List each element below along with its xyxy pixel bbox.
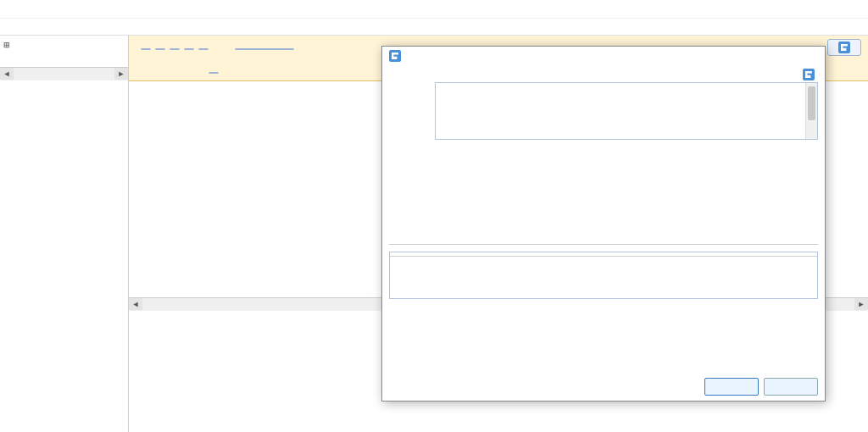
sql-textbox[interactable] [435, 82, 818, 140]
server-tree[interactable]: ◄ ► [0, 36, 129, 432]
back-icon [838, 42, 850, 53]
chart-scroll-right[interactable]: ► [854, 298, 868, 310]
menubar [0, 19, 868, 36]
menu-database[interactable] [3, 25, 17, 29]
tree-root[interactable] [0, 37, 128, 52]
sql-side-label [389, 82, 435, 140]
app-titlebar [0, 0, 868, 19]
now-button[interactable] [209, 72, 219, 74]
menu-send-feedback[interactable] [52, 25, 65, 29]
menu-social[interactable] [68, 25, 81, 29]
menu-settings[interactable] [19, 25, 33, 29]
view-host[interactable] [198, 48, 209, 50]
chart-scroll-left[interactable]: ◄ [129, 298, 142, 310]
view-query[interactable] [155, 48, 165, 50]
view-day[interactable] [141, 48, 151, 50]
tree-scroll-left[interactable]: ◄ [0, 68, 14, 80]
dialog-icon [389, 50, 401, 62]
window-close-button[interactable] [839, 3, 863, 16]
wd-row[interactable] [390, 257, 817, 260]
waits-by-type-chart [389, 143, 818, 245]
menu-help[interactable] [84, 25, 97, 29]
view-login[interactable] [184, 48, 194, 50]
tree-scroll-right[interactable]: ► [114, 68, 128, 80]
window-minimize-button[interactable] [788, 3, 812, 16]
wait-details-table[interactable] [389, 252, 818, 299]
sql-scrollbar[interactable] [805, 83, 817, 139]
menu-tools[interactable] [36, 25, 49, 29]
back-button[interactable] [827, 39, 861, 56]
query-label [389, 69, 431, 80]
view-database[interactable] [170, 48, 180, 50]
window-maximize-button[interactable] [814, 3, 837, 16]
menu-refresh[interactable] [100, 25, 114, 29]
help-icon[interactable] [803, 69, 815, 80]
query-waits-advisor-dialog [381, 46, 826, 402]
cancel-button[interactable] [764, 378, 818, 396]
granularity-select[interactable] [235, 48, 294, 50]
ok-button[interactable] [704, 378, 759, 396]
